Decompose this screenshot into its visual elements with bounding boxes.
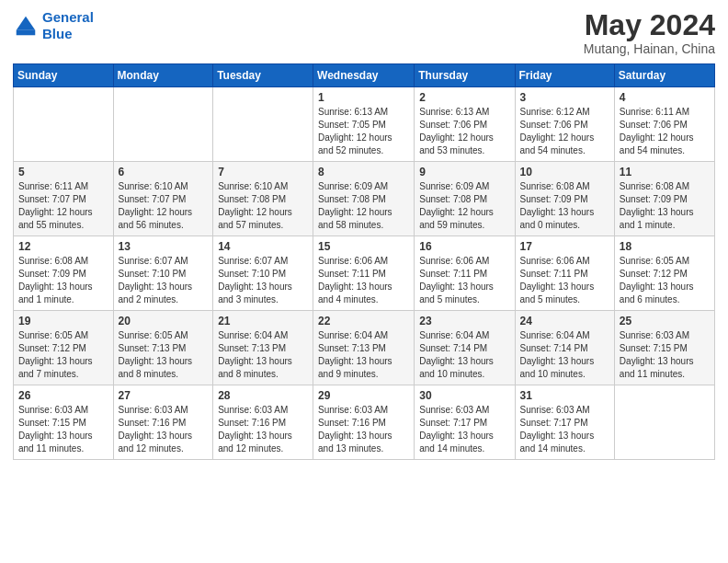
- title-block: May 2024 Mutang, Hainan, China: [584, 9, 715, 56]
- calendar-cell-2-1: 5Sunrise: 6:11 AM Sunset: 7:07 PM Daylig…: [14, 162, 114, 236]
- day-info: Sunrise: 6:08 AM Sunset: 7:09 PM Dayligh…: [520, 180, 609, 232]
- month-title: May 2024: [584, 9, 715, 41]
- day-info: Sunrise: 6:03 AM Sunset: 7:17 PM Dayligh…: [520, 404, 609, 455]
- day-info: Sunrise: 6:11 AM Sunset: 7:06 PM Dayligh…: [620, 106, 710, 157]
- day-number: 12: [18, 240, 108, 253]
- calendar-cell-1-7: 4Sunrise: 6:11 AM Sunset: 7:06 PM Daylig…: [614, 87, 714, 162]
- day-number: 22: [318, 315, 409, 327]
- day-number: 9: [419, 166, 509, 178]
- calendar-cell-2-6: 10Sunrise: 6:08 AM Sunset: 7:09 PM Dayli…: [515, 162, 614, 236]
- calendar-cell-5-6: 31Sunrise: 6:03 AM Sunset: 7:17 PM Dayli…: [515, 385, 614, 460]
- calendar-week-5: 26Sunrise: 6:03 AM Sunset: 7:15 PM Dayli…: [14, 385, 715, 460]
- calendar-header-wednesday: Wednesday: [313, 64, 415, 87]
- day-number: 26: [18, 389, 108, 402]
- calendar-header-row: SundayMondayTuesdayWednesdayThursdayFrid…: [14, 64, 715, 87]
- calendar-cell-1-6: 3Sunrise: 6:12 AM Sunset: 7:06 PM Daylig…: [515, 87, 614, 162]
- calendar-cell-5-2: 27Sunrise: 6:03 AM Sunset: 7:16 PM Dayli…: [113, 385, 213, 460]
- calendar-header-thursday: Thursday: [415, 64, 515, 87]
- calendar-cell-1-5: 2Sunrise: 6:13 AM Sunset: 7:06 PM Daylig…: [415, 87, 515, 162]
- day-info: Sunrise: 6:04 AM Sunset: 7:14 PM Dayligh…: [419, 329, 509, 381]
- calendar-cell-3-5: 16Sunrise: 6:06 AM Sunset: 7:11 PM Dayli…: [415, 236, 515, 311]
- day-info: Sunrise: 6:13 AM Sunset: 7:05 PM Dayligh…: [318, 106, 409, 157]
- day-number: 21: [218, 315, 308, 327]
- day-number: 11: [620, 166, 710, 178]
- day-info: Sunrise: 6:04 AM Sunset: 7:13 PM Dayligh…: [318, 329, 409, 381]
- day-number: 17: [520, 240, 609, 253]
- calendar-cell-5-5: 30Sunrise: 6:03 AM Sunset: 7:17 PM Dayli…: [415, 385, 515, 460]
- day-number: 14: [218, 240, 308, 253]
- day-number: 3: [520, 91, 609, 104]
- svg-rect-1: [17, 30, 36, 36]
- calendar-cell-5-7: [614, 385, 714, 460]
- day-number: 30: [419, 389, 509, 402]
- calendar-cell-2-4: 8Sunrise: 6:09 AM Sunset: 7:08 PM Daylig…: [313, 162, 415, 236]
- calendar-cell-1-3: [213, 87, 313, 162]
- day-number: 16: [419, 240, 509, 253]
- calendar-week-1: 1Sunrise: 6:13 AM Sunset: 7:05 PM Daylig…: [14, 87, 715, 162]
- calendar-header-friday: Friday: [515, 64, 614, 87]
- calendar-cell-5-3: 28Sunrise: 6:03 AM Sunset: 7:16 PM Dayli…: [213, 385, 313, 460]
- day-info: Sunrise: 6:08 AM Sunset: 7:09 PM Dayligh…: [620, 180, 710, 232]
- day-info: Sunrise: 6:03 AM Sunset: 7:15 PM Dayligh…: [620, 329, 710, 381]
- day-number: 24: [520, 315, 609, 327]
- calendar-cell-3-2: 13Sunrise: 6:07 AM Sunset: 7:10 PM Dayli…: [113, 236, 213, 311]
- day-number: 27: [119, 389, 209, 402]
- calendar-week-3: 12Sunrise: 6:08 AM Sunset: 7:09 PM Dayli…: [14, 236, 715, 311]
- day-number: 29: [318, 389, 409, 402]
- calendar-cell-4-7: 25Sunrise: 6:03 AM Sunset: 7:15 PM Dayli…: [614, 311, 714, 385]
- day-info: Sunrise: 6:09 AM Sunset: 7:08 PM Dayligh…: [419, 180, 509, 232]
- day-number: 1: [318, 91, 409, 104]
- logo-text: General Blue: [42, 9, 94, 42]
- calendar-cell-5-4: 29Sunrise: 6:03 AM Sunset: 7:16 PM Dayli…: [313, 385, 415, 460]
- calendar-week-4: 19Sunrise: 6:05 AM Sunset: 7:12 PM Dayli…: [14, 311, 715, 385]
- day-info: Sunrise: 6:06 AM Sunset: 7:11 PM Dayligh…: [520, 255, 609, 306]
- calendar-cell-3-7: 18Sunrise: 6:05 AM Sunset: 7:12 PM Dayli…: [614, 236, 714, 311]
- calendar-cell-2-7: 11Sunrise: 6:08 AM Sunset: 7:09 PM Dayli…: [614, 162, 714, 236]
- day-number: 5: [18, 166, 108, 178]
- day-number: 20: [119, 315, 209, 327]
- location: Mutang, Hainan, China: [584, 41, 715, 56]
- day-number: 31: [520, 389, 609, 402]
- calendar-week-2: 5Sunrise: 6:11 AM Sunset: 7:07 PM Daylig…: [14, 162, 715, 236]
- day-info: Sunrise: 6:03 AM Sunset: 7:17 PM Dayligh…: [419, 404, 509, 455]
- calendar-cell-4-1: 19Sunrise: 6:05 AM Sunset: 7:12 PM Dayli…: [14, 311, 114, 385]
- calendar-cell-1-2: [113, 87, 213, 162]
- logo-general: General: [42, 9, 94, 25]
- logo-icon: [13, 13, 39, 39]
- svg-marker-0: [17, 17, 36, 30]
- calendar-cell-3-1: 12Sunrise: 6:08 AM Sunset: 7:09 PM Dayli…: [14, 236, 114, 311]
- day-number: 6: [119, 166, 209, 178]
- calendar-cell-1-4: 1Sunrise: 6:13 AM Sunset: 7:05 PM Daylig…: [313, 87, 415, 162]
- calendar-cell-2-2: 6Sunrise: 6:10 AM Sunset: 7:07 PM Daylig…: [113, 162, 213, 236]
- day-info: Sunrise: 6:13 AM Sunset: 7:06 PM Dayligh…: [419, 106, 509, 157]
- calendar-cell-4-3: 21Sunrise: 6:04 AM Sunset: 7:13 PM Dayli…: [213, 311, 313, 385]
- day-info: Sunrise: 6:04 AM Sunset: 7:13 PM Dayligh…: [218, 329, 308, 381]
- day-info: Sunrise: 6:09 AM Sunset: 7:08 PM Dayligh…: [318, 180, 409, 232]
- calendar-header-sunday: Sunday: [14, 64, 114, 87]
- day-number: 7: [218, 166, 308, 178]
- calendar-cell-2-3: 7Sunrise: 6:10 AM Sunset: 7:08 PM Daylig…: [213, 162, 313, 236]
- day-info: Sunrise: 6:03 AM Sunset: 7:16 PM Dayligh…: [218, 404, 308, 455]
- day-number: 15: [318, 240, 409, 253]
- day-number: 19: [18, 315, 108, 327]
- calendar-cell-3-3: 14Sunrise: 6:07 AM Sunset: 7:10 PM Dayli…: [213, 236, 313, 311]
- day-number: 8: [318, 166, 409, 178]
- day-number: 2: [419, 91, 509, 104]
- page: General Blue May 2024 Mutang, Hainan, Ch…: [0, 0, 728, 563]
- day-info: Sunrise: 6:03 AM Sunset: 7:16 PM Dayligh…: [119, 404, 209, 455]
- day-info: Sunrise: 6:05 AM Sunset: 7:12 PM Dayligh…: [18, 329, 108, 381]
- calendar-cell-4-6: 24Sunrise: 6:04 AM Sunset: 7:14 PM Dayli…: [515, 311, 614, 385]
- day-info: Sunrise: 6:03 AM Sunset: 7:15 PM Dayligh…: [18, 404, 108, 455]
- day-info: Sunrise: 6:05 AM Sunset: 7:13 PM Dayligh…: [119, 329, 209, 381]
- calendar-header-tuesday: Tuesday: [213, 64, 313, 87]
- day-number: 28: [218, 389, 308, 402]
- day-info: Sunrise: 6:07 AM Sunset: 7:10 PM Dayligh…: [218, 255, 308, 306]
- day-info: Sunrise: 6:06 AM Sunset: 7:11 PM Dayligh…: [419, 255, 509, 306]
- calendar-header-saturday: Saturday: [614, 64, 714, 87]
- logo-blue: Blue: [42, 26, 73, 41]
- calendar-cell-4-2: 20Sunrise: 6:05 AM Sunset: 7:13 PM Dayli…: [113, 311, 213, 385]
- calendar-cell-2-5: 9Sunrise: 6:09 AM Sunset: 7:08 PM Daylig…: [415, 162, 515, 236]
- calendar-table: SundayMondayTuesdayWednesdayThursdayFrid…: [13, 63, 715, 460]
- day-number: 13: [119, 240, 209, 253]
- day-number: 23: [419, 315, 509, 327]
